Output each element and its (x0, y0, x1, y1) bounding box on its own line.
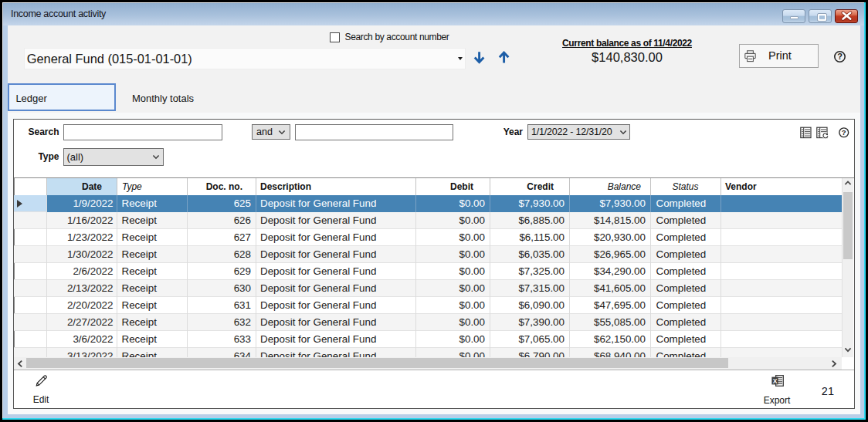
svg-text:X: X (772, 377, 777, 385)
